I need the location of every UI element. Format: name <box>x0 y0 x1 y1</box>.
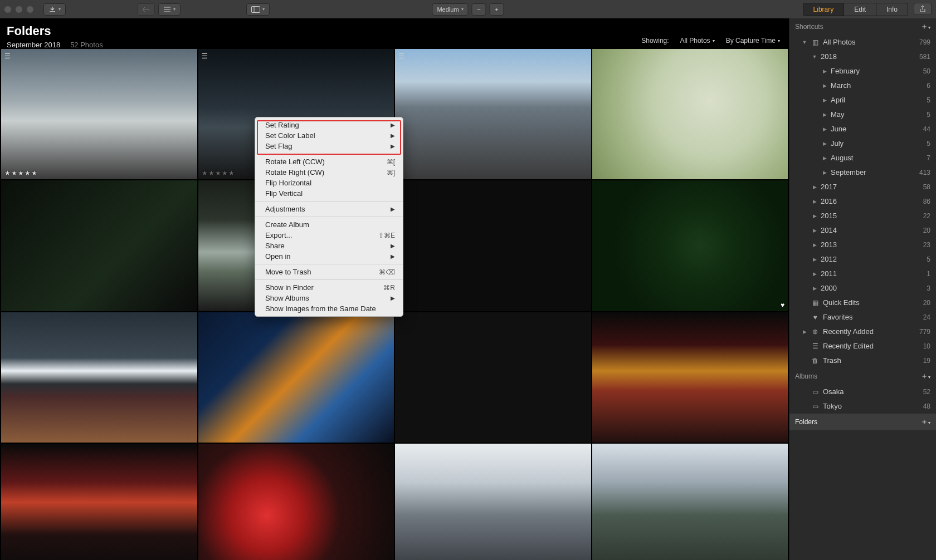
sidebar-item-year[interactable]: ▶201420 <box>789 223 936 238</box>
chevron-down-icon: ▾ <box>173 7 176 12</box>
photo-thumbnail[interactable] <box>395 180 591 311</box>
disclosure-arrow-icon: ▶ <box>812 210 817 222</box>
photo-thumbnail[interactable]: ★★★★ <box>198 444 394 560</box>
view-mode-button[interactable]: ▾ <box>246 3 270 16</box>
menu-show-in-finder[interactable]: Show in Finder⌘R <box>255 282 403 293</box>
submenu-arrow-icon: ▶ <box>391 243 395 249</box>
tab-info[interactable]: Info <box>876 3 908 16</box>
sidebar-item-month[interactable]: ▶August7 <box>789 151 936 165</box>
chevron-down-icon: ▾ <box>262 7 265 12</box>
sidebar-item-quick-edits[interactable]: ▦ Quick Edits 20 <box>789 296 936 310</box>
menu-rotate-right[interactable]: Rotate Right (CW)⌘] <box>255 167 403 178</box>
photo-thumbnail[interactable] <box>395 312 591 443</box>
submenu-arrow-icon: ▶ <box>391 253 395 259</box>
sidebar-item-year[interactable]: ▶20125 <box>789 252 936 267</box>
sidebar-item-year[interactable]: ▶201686 <box>789 194 936 209</box>
menu-open-in[interactable]: Open in▶ <box>255 251 403 262</box>
section-label: Albums <box>795 372 817 380</box>
disclosure-arrow-icon: ▶ <box>812 268 817 279</box>
menu-adjustments[interactable]: Adjustments▶ <box>255 204 403 214</box>
photo-thumbnail[interactable] <box>1 312 197 443</box>
sidebar-layout-icon <box>251 6 260 13</box>
menu-rotate-left[interactable]: Rotate Left (CCW)⌘[ <box>255 156 403 167</box>
photo-thumbnail[interactable] <box>1 180 197 311</box>
disclosure-arrow-icon: ▶ <box>822 167 827 178</box>
sidebar-item-year[interactable]: ▶201522 <box>789 209 936 223</box>
photo-thumbnail[interactable] <box>395 444 591 560</box>
thumbnail-size-dropdown[interactable]: Medium ▾ <box>432 3 468 16</box>
menu-move-to-trash[interactable]: Move to Trash⌘⌫ <box>255 267 403 277</box>
back-button[interactable] <box>137 3 155 16</box>
menu-flip-horizontal[interactable]: Flip Horizontal <box>255 178 403 188</box>
chevron-down-icon: ▾ <box>461 7 464 12</box>
add-button[interactable]: ＋▾ <box>920 417 930 427</box>
sidebar-item-recently-edited[interactable]: ☰ Recently Edited 10 <box>789 339 936 353</box>
album-icon: ▭ <box>811 401 820 412</box>
menu-show-same-date[interactable]: Show Images from the Same Date <box>255 303 403 314</box>
import-button[interactable]: ▾ <box>43 3 66 16</box>
list-button[interactable]: ▾ <box>158 3 181 16</box>
menu-create-album[interactable]: Create Album <box>255 219 403 230</box>
tab-library[interactable]: Library <box>803 3 845 16</box>
close-icon[interactable] <box>4 6 11 13</box>
sidebar-item-favorites[interactable]: ♥ Favorites 24 <box>789 310 936 325</box>
photo-thumbnail[interactable]: ♥ <box>592 180 788 311</box>
filter-bar: Showing: All Photos▾ By Capture Time▾ <box>641 37 780 45</box>
menu-flip-vertical[interactable]: Flip Vertical <box>255 188 403 199</box>
sliders-icon: ☰ <box>4 52 11 60</box>
share-button[interactable] <box>914 3 932 15</box>
sidebar-item-year[interactable]: ▶20111 <box>789 267 936 281</box>
sidebar-item-month[interactable]: ▶March6 <box>789 78 936 93</box>
download-icon <box>48 6 56 13</box>
menu-export[interactable]: Export...⇧⌘E <box>255 230 403 240</box>
sidebar-item-month[interactable]: ▶May5 <box>789 107 936 122</box>
minimize-icon[interactable] <box>16 6 22 13</box>
menu-set-flag[interactable]: Set Flag▶ <box>255 141 403 151</box>
menu-show-albums[interactable]: Show Albums▶ <box>255 293 403 303</box>
sidebar-item-year[interactable]: ▶201323 <box>789 238 936 252</box>
showing-dropdown[interactable]: All Photos▾ <box>680 37 715 45</box>
sidebar-item-album[interactable]: ▭Tokyo48 <box>789 399 936 414</box>
photo-thumbnail[interactable] <box>1 444 197 560</box>
photo-thumbnail[interactable] <box>198 312 394 443</box>
menu-set-rating[interactable]: Set Rating▶ <box>255 120 403 130</box>
sidebar-item-month[interactable]: ▶April5 <box>789 93 936 107</box>
sort-dropdown[interactable]: By Capture Time▾ <box>726 37 780 45</box>
plus-circle-icon: ⊕ <box>811 326 820 337</box>
sidebar-item-month[interactable]: ▶July5 <box>789 136 936 151</box>
sidebar-item-year[interactable]: ▼ 2018 581 <box>789 50 936 64</box>
sidebar-item-all-photos[interactable]: ▼ ▥ All Photos 799 <box>789 35 936 50</box>
menu-share[interactable]: Share▶ <box>255 240 403 251</box>
photo-thumbnail[interactable]: ☰ ★★★★★ <box>1 49 197 179</box>
disclosure-arrow-icon: ▶ <box>812 181 817 193</box>
add-button[interactable]: ＋▾ <box>920 371 930 381</box>
disclosure-arrow-icon: ▶ <box>822 124 827 135</box>
zoom-icon[interactable] <box>27 6 33 13</box>
sidebar-item-album[interactable]: ▭Osaka52 <box>789 385 936 399</box>
photo-thumbnail[interactable]: ☰ <box>395 49 591 179</box>
photo-thumbnail[interactable] <box>592 312 788 443</box>
sidebar-item-month[interactable]: ▶February50 <box>789 64 936 78</box>
zoom-in-button[interactable]: + <box>490 3 504 16</box>
sidebar-section-albums[interactable]: Albums ＋▾ <box>789 368 936 385</box>
sidebar-item-year[interactable]: ▶20003 <box>789 281 936 296</box>
showing-value: All Photos <box>680 37 710 45</box>
sidebar-item-month[interactable]: ▶June44 <box>789 122 936 136</box>
menu-set-color-label[interactable]: Set Color Label▶ <box>255 130 403 141</box>
grid-icon: ▦ <box>811 297 820 308</box>
photo-thumbnail[interactable] <box>592 49 788 179</box>
sliders-icon: ☰ <box>398 52 404 60</box>
submenu-arrow-icon: ▶ <box>391 295 395 301</box>
add-button[interactable]: ＋▾ <box>920 22 930 32</box>
sidebar-section-shortcuts[interactable]: Shortcuts ＋▾ <box>789 18 936 35</box>
zoom-out-button[interactable]: − <box>472 3 486 16</box>
tab-edit[interactable]: Edit <box>844 3 876 16</box>
heart-icon: ♥ <box>781 301 784 309</box>
sidebar-item-month[interactable]: ▶September413 <box>789 165 936 180</box>
sidebar-item-year[interactable]: ▶201758 <box>789 180 936 194</box>
sidebar-section-folders[interactable]: Folders ＋▾ <box>789 414 936 430</box>
sidebar-item-trash[interactable]: 🗑 Trash 19 <box>789 353 936 368</box>
photo-thumbnail[interactable] <box>592 444 788 560</box>
disclosure-arrow-icon: ▶ <box>802 326 807 337</box>
sidebar-item-recently-added[interactable]: ▶⊕ Recently Added 779 <box>789 325 936 339</box>
